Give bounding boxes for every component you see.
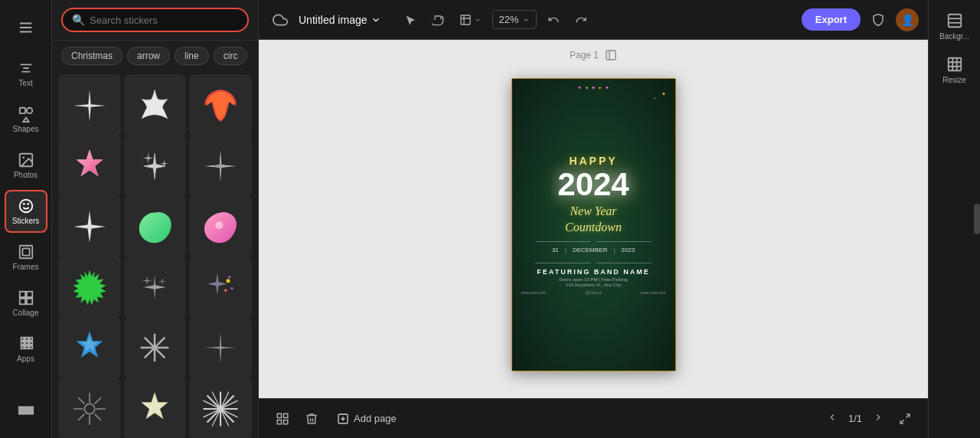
tool-bar-tools: 22%	[400, 10, 592, 29]
svg-point-4	[26, 108, 31, 113]
svg-rect-16	[18, 407, 32, 408]
canvas-date-row: 31 | DECEMBER | 2023	[552, 247, 635, 253]
sidebar-item-apps[interactable]: Apps	[5, 328, 47, 371]
sticker-item-star-outline[interactable]	[124, 378, 187, 438]
sidebar-shapes-label: Shapes	[13, 125, 39, 133]
add-page-button[interactable]: Add page	[329, 408, 404, 430]
document-title[interactable]: Untitled image	[299, 14, 381, 26]
svg-rect-12	[19, 292, 24, 297]
sticker-item-star-white[interactable]	[124, 74, 187, 137]
undo-button[interactable]	[543, 11, 564, 29]
canvas-newyear-line1: New Year Countdown	[565, 204, 622, 236]
svg-rect-50	[461, 15, 470, 25]
tag-arrow[interactable]: arrow	[127, 47, 170, 65]
sidebar-text-label: Text	[18, 79, 32, 87]
svg-rect-15	[26, 299, 31, 304]
svg-rect-65	[948, 58, 961, 71]
avatar[interactable]: 👤	[896, 8, 919, 31]
next-page-button[interactable]	[868, 409, 888, 428]
svg-rect-13	[26, 292, 31, 297]
bottom-bar: Add page 1/1	[259, 398, 928, 438]
expand-button[interactable]	[894, 410, 916, 428]
sidebar-stickers-label: Stickers	[12, 217, 40, 225]
svg-line-60	[906, 414, 910, 418]
svg-line-37	[94, 413, 100, 420]
sticker-item-sparkle-multi[interactable]	[124, 135, 187, 198]
sidebar-item-shapes[interactable]: Shapes	[5, 98, 47, 141]
right-panel: Backgr... Resize	[928, 0, 980, 438]
sticker-item-star-blue[interactable]	[58, 317, 121, 380]
stickers-panel: 🔍 Christmas arrow line circ	[52, 0, 259, 438]
sidebar-item-photos[interactable]: Photos	[5, 144, 47, 187]
search-input-wrapper[interactable]: 🔍	[61, 8, 249, 32]
svg-rect-3	[19, 108, 24, 113]
sticker-item-blob-green[interactable]	[124, 195, 187, 258]
select-tool-button[interactable]	[400, 11, 421, 29]
sticker-item-star-pink[interactable]	[58, 135, 121, 198]
redo-button[interactable]	[570, 11, 592, 29]
svg-rect-18	[18, 413, 32, 414]
crop-tool-button[interactable]	[455, 11, 486, 29]
hand-tool-button[interactable]	[427, 11, 449, 29]
tag-christmas[interactable]: Christmas	[61, 47, 122, 65]
page-nav: 1/1	[822, 409, 916, 428]
search-input[interactable]	[90, 15, 238, 26]
svg-rect-14	[19, 299, 24, 304]
svg-line-36	[78, 397, 84, 404]
top-bar-right: Export 👤	[802, 8, 919, 31]
sticker-item-sparkle-silver[interactable]	[189, 135, 252, 198]
sticker-item-starburst-white[interactable]	[189, 378, 252, 438]
svg-rect-54	[284, 413, 288, 417]
sticker-item-burst-green[interactable]	[58, 256, 121, 319]
sticker-item-sparkle-dim[interactable]	[124, 256, 187, 319]
sticker-item-blob-pink[interactable]	[189, 195, 252, 258]
background-panel-item[interactable]: Backgr...	[933, 6, 976, 47]
canvas-workspace: Page 1 ✦ ✦ ♥ ✦ ✦ ✦ ✦ HAPPY 2024 Ne	[259, 40, 928, 398]
sidebar-photos-label: Photos	[14, 171, 38, 179]
tag-circ[interactable]: circ	[214, 47, 248, 65]
svg-rect-17	[18, 410, 32, 411]
tag-line[interactable]: line	[175, 47, 209, 65]
zoom-control[interactable]: 22%	[492, 10, 537, 29]
svg-point-1	[19, 27, 21, 28]
sidebar-item-text[interactable]: Text	[5, 52, 47, 95]
canvas-year-text: 2024	[557, 168, 629, 201]
sticker-item-sparkle-color[interactable]	[189, 256, 252, 319]
stickers-grid	[52, 71, 258, 438]
cloud-save-button[interactable]	[268, 9, 292, 31]
svg-line-38	[94, 397, 100, 404]
resize-panel-item[interactable]: Resize	[933, 50, 976, 90]
canvas-address: 123 Anywhere St., Any City	[566, 283, 621, 287]
sticker-item-asterisk[interactable]	[124, 317, 187, 380]
svg-rect-53	[277, 413, 281, 417]
sticker-item-4point-white[interactable]	[58, 195, 121, 258]
sticker-item-sparkle-thin[interactable]	[189, 317, 252, 380]
svg-line-61	[900, 420, 904, 423]
delete-page-button[interactable]	[300, 407, 323, 430]
search-icon: 🔍	[72, 14, 85, 26]
sticker-item-sparkle-small[interactable]	[58, 74, 121, 137]
grid-view-button[interactable]	[271, 407, 294, 430]
left-toolbar: Text Shapes Photos Stickers Fram	[0, 0, 52, 438]
svg-rect-10	[19, 246, 32, 259]
sidebar-item-frames[interactable]: Frames	[5, 236, 47, 279]
sidebar-item-apps-logo[interactable]	[5, 6, 47, 49]
sidebar-item-more[interactable]	[5, 389, 47, 432]
tags-row: Christmas arrow line circ	[52, 41, 258, 71]
svg-point-40	[84, 404, 94, 413]
shield-icon-button[interactable]	[867, 10, 890, 30]
svg-rect-11	[22, 248, 29, 255]
sidebar-item-collage[interactable]: Collage	[5, 282, 47, 325]
sidebar-frames-label: Frames	[13, 263, 39, 271]
svg-rect-55	[277, 420, 281, 423]
svg-rect-62	[948, 15, 961, 28]
canvas-bottom-links: www.canv.com @Canvut www.canv.com	[521, 290, 666, 295]
sticker-item-sun-burst[interactable]	[58, 378, 121, 438]
canvas-doors-text: Doors open 10 PM | Free Parking	[559, 277, 627, 282]
prev-page-button[interactable]	[822, 409, 842, 428]
sidebar-item-stickers[interactable]: Stickers	[5, 190, 47, 233]
sticker-item-star-orange[interactable]	[189, 74, 252, 137]
svg-marker-41	[142, 393, 168, 418]
svg-line-39	[78, 413, 84, 420]
export-button[interactable]: Export	[802, 8, 861, 31]
